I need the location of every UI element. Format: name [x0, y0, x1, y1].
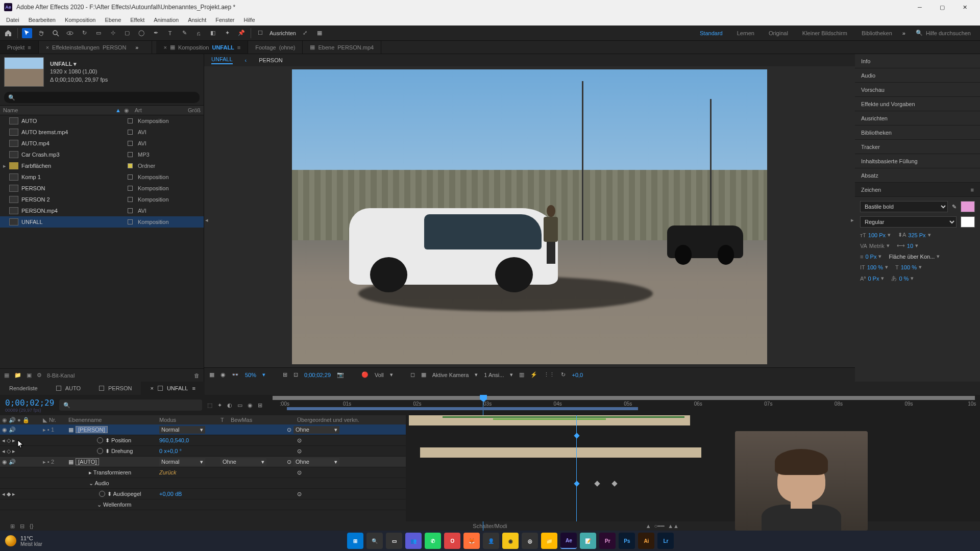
project-item[interactable]: AUTO.mp4AVI: [0, 138, 204, 149]
hdr-parent[interactable]: Übergeordnet und verkn.: [297, 417, 359, 423]
composition-preview[interactable]: [292, 69, 767, 364]
project-item[interactable]: Car Crash.mp3MP3: [0, 149, 204, 160]
col-name[interactable]: Name: [3, 107, 115, 113]
new-folder-icon[interactable]: 📁: [14, 372, 21, 379]
breadcrumb-back[interactable]: ‹: [245, 57, 247, 63]
eraser-tool[interactable]: ◧: [208, 28, 218, 38]
workspace-lernen[interactable]: Lernen: [737, 30, 754, 36]
taskbar-app2[interactable]: ◉: [502, 533, 519, 549]
panel-effekte[interactable]: Effekte und Vorgaben: [855, 97, 980, 111]
tab-auto[interactable]: AUTO: [47, 382, 90, 395]
keyframe-position[interactable]: [574, 433, 579, 438]
snapshot-icon[interactable]: 📷: [337, 371, 344, 378]
menu-effekt[interactable]: Effekt: [126, 16, 149, 24]
time-ruler[interactable]: :00s 01s 02s 03s 04s 05s 06s 07s 08s 09s…: [273, 395, 975, 415]
project-search[interactable]: 🔍: [4, 92, 200, 103]
zoom-slider[interactable]: ○━━: [654, 523, 665, 530]
pan-behind-tool[interactable]: ⊹: [108, 28, 118, 38]
fast-preview-icon[interactable]: ⚡: [530, 371, 537, 378]
channel-icon[interactable]: 🔴: [361, 371, 369, 378]
snap-checkbox[interactable]: ☐: [255, 28, 265, 38]
fill-color-swatch[interactable]: [961, 201, 975, 212]
zoom-in-icon[interactable]: ▲▲: [668, 523, 679, 530]
panel-tracker[interactable]: Tracker: [855, 140, 980, 154]
snap-opt1-icon[interactable]: ⤢: [300, 28, 310, 38]
comp-name[interactable]: UNFALL ▾: [50, 60, 108, 68]
zoom-tool[interactable]: [51, 28, 61, 38]
pen-tool[interactable]: ✒: [151, 28, 161, 38]
tab-renderliste[interactable]: Renderliste: [0, 382, 47, 395]
menu-ebene[interactable]: Ebene: [101, 16, 125, 24]
keyframe-audio-2[interactable]: [595, 481, 600, 486]
stroke-width-value[interactable]: 0 Px: [865, 254, 876, 260]
zoom-dropdown[interactable]: 50%: [245, 372, 256, 378]
eyedropper-icon[interactable]: ✎: [952, 204, 957, 210]
zoom-out-icon[interactable]: ▲: [646, 523, 651, 530]
workspace-standard[interactable]: Standard: [700, 30, 723, 36]
draft-3d-icon[interactable]: ✦: [217, 402, 222, 409]
tab-person[interactable]: PERSON: [90, 382, 141, 395]
taskbar-aftereffects[interactable]: Ae: [560, 533, 577, 549]
hdr-name[interactable]: Ebenenname: [68, 417, 159, 423]
panel-bibliotheken[interactable]: Bibliotheken: [855, 126, 980, 140]
vscale-value[interactable]: 100 %: [867, 264, 883, 270]
minimize-button[interactable]: ─: [909, 0, 931, 14]
taskbar-weather[interactable]: 11°C Meist klar: [5, 535, 42, 547]
workspace-overflow[interactable]: »: [902, 30, 905, 36]
panel-zeichen[interactable]: Zeichen ≡: [855, 183, 980, 197]
taskbar-lightroom[interactable]: Lr: [657, 533, 674, 549]
toggle-parent-icon[interactable]: {}: [30, 523, 33, 530]
project-item[interactable]: Komp 1Komposition: [0, 171, 204, 183]
motion-blur-icon[interactable]: ◉: [248, 402, 253, 409]
taskbar-photoshop[interactable]: Ps: [619, 533, 635, 549]
camera-tool[interactable]: ▭: [93, 28, 104, 38]
panel-tab-footage[interactable]: Footage (ohne): [248, 41, 303, 54]
res-icon[interactable]: ⊞: [283, 371, 287, 378]
brush-tool[interactable]: ✎: [179, 28, 189, 38]
taskbar-firefox[interactable]: 🦊: [463, 533, 480, 549]
taskbar-obs[interactable]: ◎: [522, 533, 538, 549]
fill-over-dropdown[interactable]: Fläche über Kon...: [889, 254, 935, 260]
menu-bearbeiten[interactable]: Bearbeiten: [24, 16, 60, 24]
clip-auto[interactable]: [420, 447, 701, 458]
playhead[interactable]: [480, 395, 487, 415]
taskbar-whatsapp[interactable]: ✆: [425, 533, 441, 549]
panel-audio[interactable]: Audio: [855, 68, 980, 83]
keyframe-audio-3[interactable]: [611, 481, 617, 486]
property-row[interactable]: ◂ ◇ ▸ ⬍ Drehung0 x+0,0 °⊙: [0, 446, 406, 457]
property-row[interactable]: ◂ ◇ ▸ ⬍ Position960,0,540,0⊙: [0, 435, 406, 446]
label-icon[interactable]: ◣: [43, 417, 47, 423]
roi-icon[interactable]: ◻: [410, 371, 415, 378]
panel-info[interactable]: Info: [855, 54, 980, 68]
handle-left-icon[interactable]: ◂: [205, 217, 208, 223]
bit-depth[interactable]: 8-Bit-Kanal: [47, 372, 75, 379]
rect-tool[interactable]: ▢: [122, 28, 132, 38]
property-row[interactable]: ▸ TransformierenZurück⊙: [0, 467, 406, 478]
workspace-original[interactable]: Original: [769, 30, 788, 36]
trash-icon[interactable]: 🗑: [194, 372, 200, 379]
workspace-bibliotheken[interactable]: Bibliotheken: [862, 30, 892, 36]
project-item[interactable]: AUTO bremst.mp4AVI: [0, 127, 204, 138]
taskbar-premiere[interactable]: Pr: [599, 533, 616, 549]
mask-icon[interactable]: 👓: [232, 371, 239, 378]
layer-row[interactable]: ◉ 🔊▸ ▪ 2▦[AUTO]Normal ▾Ohne ▾⊙Ohne ▾: [0, 457, 406, 467]
property-row[interactable]: ◂ ◆ ▸ ⬍ Audiopegel+0,00 dB⊙: [0, 489, 406, 499]
tsume-value[interactable]: 0 %: [899, 276, 909, 282]
project-item[interactable]: PERSONKomposition: [0, 183, 204, 194]
breadcrumb-unfall[interactable]: UNFALL: [211, 56, 233, 64]
col-type[interactable]: Art: [135, 107, 188, 113]
col-size[interactable]: Größ: [188, 107, 201, 113]
rotate-tool[interactable]: ↻: [79, 28, 89, 38]
stroke-color-swatch[interactable]: [961, 216, 975, 228]
hand-tool[interactable]: [36, 28, 46, 38]
pixel-aspect-icon[interactable]: ▥: [519, 371, 524, 378]
baseline-value[interactable]: 0 Px: [868, 276, 879, 282]
layer-row[interactable]: ◉ 🔊▸ ▪ 1▦[PERSON]Normal ▾⊙Ohne ▾: [0, 424, 406, 435]
close-button[interactable]: ✕: [953, 0, 976, 14]
property-row[interactable]: ⌄ Audio: [0, 478, 406, 489]
workspace-kleiner[interactable]: Kleiner Bildschirm: [802, 30, 847, 36]
selection-tool[interactable]: [22, 28, 32, 38]
maximize-button[interactable]: ▢: [931, 0, 953, 14]
property-row[interactable]: ⌄ Wellenform: [0, 499, 406, 510]
tab-unfall[interactable]: ×UNFALL≡: [141, 382, 204, 395]
